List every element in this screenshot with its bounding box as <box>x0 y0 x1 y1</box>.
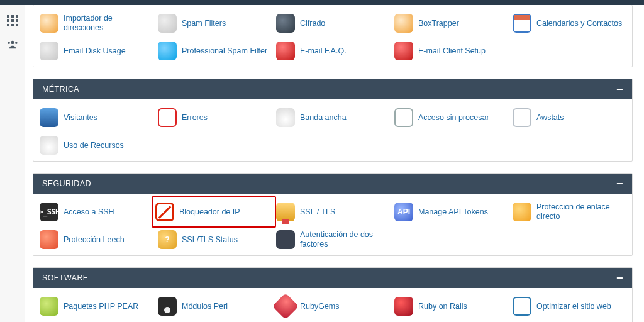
item-rubygems-label: RubyGems <box>300 302 340 311</box>
collapse-icon[interactable]: − <box>616 275 623 281</box>
svg-rect-1 <box>11 15 14 18</box>
svg-point-9 <box>11 41 14 44</box>
item-email-disk-usage[interactable]: Email Disk Usage <box>37 40 155 62</box>
item-uso-recursos-icon <box>40 136 58 155</box>
item-ruby-on-rails[interactable]: Ruby on Rails <box>392 296 510 317</box>
item-cifrado-icon <box>276 14 295 33</box>
panel-seguridad: SEGURIDAD − >_SSHAcceso a SSHIPBloqueado… <box>33 173 633 256</box>
item-php-pear[interactable]: Paquetes PHP PEAR <box>37 296 155 317</box>
item-cifrado-label: Cifrado <box>300 19 325 28</box>
item-boxtrapper-label: BoxTrapper <box>418 19 459 28</box>
item-php-pear-icon <box>40 297 58 316</box>
svg-point-10 <box>8 42 10 45</box>
item-ruby-on-rails-icon <box>394 297 413 316</box>
item-uso-recursos[interactable]: Uso de Recursos <box>37 135 155 156</box>
item-spam-filters-icon <box>158 14 177 33</box>
item-manage-api-tokens[interactable]: APIManage API Tokens <box>392 201 510 223</box>
collapse-icon[interactable]: − <box>616 180 623 187</box>
item-email-client-setup[interactable]: E-mail Client Setup <box>392 40 510 62</box>
item-proteccion-leech-label: Protección Leech <box>64 235 125 245</box>
item-visitantes[interactable]: Visitantes <box>37 107 155 128</box>
svg-rect-4 <box>11 19 14 22</box>
item-ssl-tls-status-icon: ? <box>158 230 177 249</box>
item-banda-ancha-label: Banda ancha <box>300 113 347 123</box>
item-acceso-ssh-icon: >_SSH <box>40 203 58 221</box>
item-rubygems-icon <box>272 293 299 319</box>
item-optimizar-sitio[interactable]: Optimizar el sitio web <box>510 296 628 317</box>
item-ssl-tls-status-label: SSL/TLS Status <box>182 235 238 245</box>
item-email-faq-label: E-mail F.A.Q. <box>300 47 347 56</box>
users-icon[interactable] <box>7 39 18 50</box>
item-importador-direcciones-icon <box>40 14 58 33</box>
item-2fa[interactable]: Autenticación de dos factores <box>274 229 392 250</box>
item-modulos-perl[interactable]: Módulos Perl <box>155 296 274 317</box>
panel-software: SOFTWARE − Paquetes PHP PEARMódulos Perl… <box>33 267 633 322</box>
panel-header-seguridad[interactable]: SEGURIDAD − <box>33 174 632 194</box>
item-ssl-tls-status[interactable]: ?SSL/TLS Status <box>155 229 274 250</box>
panel-title: SEGURIDAD <box>42 179 91 188</box>
item-manage-api-tokens-label: Manage API Tokens <box>418 208 488 217</box>
item-ssl-tls-icon <box>276 203 295 221</box>
item-bloqueador-ip-label: Bloqueador de IP <box>179 208 240 217</box>
svg-rect-7 <box>11 24 14 26</box>
panel-metrica: MÉTRICA − Visitantes!ErroresBanda anchaA… <box>33 79 633 162</box>
collapse-icon[interactable]: − <box>616 86 623 92</box>
panel-header-software[interactable]: SOFTWARE − <box>33 268 632 288</box>
item-awstats[interactable]: Awstats <box>510 107 628 128</box>
item-pro-spam-filter[interactable]: Professional Spam Filter <box>155 40 274 62</box>
item-email-faq[interactable]: E-mail F.A.Q. <box>274 40 392 62</box>
top-bar <box>0 0 644 5</box>
item-calendarios-contactos-icon <box>513 14 531 33</box>
item-email-client-setup-label: E-mail Client Setup <box>418 47 486 56</box>
item-errores[interactable]: !Errores <box>155 107 274 128</box>
item-boxtrapper-icon <box>394 14 413 33</box>
item-awstats-label: Awstats <box>536 113 564 123</box>
item-email-disk-usage-icon <box>40 42 58 60</box>
item-hotlink-protect-icon <box>513 203 531 221</box>
item-proteccion-leech[interactable]: Protección Leech <box>37 229 155 250</box>
item-errores-label: Errores <box>182 113 208 123</box>
item-awstats-icon <box>513 108 531 127</box>
item-acceso-sin-procesar[interactable]: Acceso sin procesar <box>392 107 510 128</box>
item-cifrado[interactable]: Cifrado <box>274 13 392 34</box>
svg-rect-6 <box>7 24 9 26</box>
item-email-faq-icon <box>276 42 295 60</box>
item-uso-recursos-label: Uso de Recursos <box>64 141 124 150</box>
item-optimizar-sitio-label: Optimizar el sitio web <box>536 302 611 311</box>
item-email-disk-usage-label: Email Disk Usage <box>64 47 126 56</box>
item-pro-spam-filter-icon <box>158 42 177 60</box>
item-spam-filters-label: Spam Filters <box>182 19 226 28</box>
item-boxtrapper[interactable]: BoxTrapper <box>392 13 510 34</box>
item-banda-ancha[interactable]: Banda ancha <box>274 107 392 128</box>
svg-rect-2 <box>16 15 18 18</box>
item-bloqueador-ip[interactable]: IPBloqueador de IP <box>152 196 276 228</box>
item-ssl-tls-label: SSL / TLS <box>300 208 335 217</box>
item-ruby-on-rails-label: Ruby on Rails <box>418 302 467 311</box>
item-acceso-sin-procesar-label: Acceso sin procesar <box>418 113 489 123</box>
item-optimizar-sitio-icon <box>513 297 531 316</box>
item-ssl-tls[interactable]: SSL / TLS <box>274 201 392 223</box>
item-banda-ancha-icon <box>276 108 295 127</box>
grid-icon[interactable] <box>7 15 18 26</box>
item-hotlink-protect-label: Protección de enlace directo <box>536 203 626 221</box>
panel-title: MÉTRICA <box>42 85 79 94</box>
item-manage-api-tokens-icon: API <box>394 203 413 221</box>
item-importador-direcciones[interactable]: Importador de direcciones <box>37 13 155 34</box>
item-calendarios-contactos[interactable]: Calendarios y Contactos <box>510 13 628 34</box>
item-acceso-ssh[interactable]: >_SSHAcceso a SSH <box>37 201 155 223</box>
svg-rect-3 <box>7 19 9 22</box>
item-spam-filters[interactable]: Spam Filters <box>155 13 274 34</box>
item-modulos-perl-icon <box>158 297 177 316</box>
item-pro-spam-filter-label: Professional Spam Filter <box>182 47 267 56</box>
item-acceso-sin-procesar-icon <box>394 108 413 127</box>
item-acceso-ssh-label: Acceso a SSH <box>64 208 114 217</box>
item-php-pear-label: Paquetes PHP PEAR <box>64 302 138 311</box>
item-2fa-icon <box>276 230 295 249</box>
main-content: Importador de direccionesSpam FiltersCif… <box>25 5 644 322</box>
svg-rect-8 <box>16 24 18 26</box>
panel-header-metrica[interactable]: MÉTRICA − <box>33 79 632 99</box>
item-rubygems[interactable]: RubyGems <box>274 296 392 317</box>
item-calendarios-contactos-label: Calendarios y Contactos <box>536 19 622 28</box>
left-nav <box>0 5 25 322</box>
item-hotlink-protect[interactable]: Protección de enlace directo <box>510 201 628 223</box>
